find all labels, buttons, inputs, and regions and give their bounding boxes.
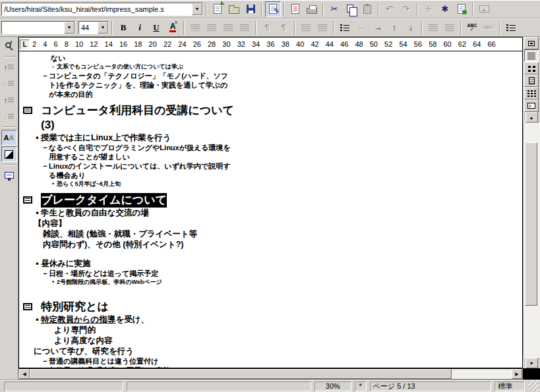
move-down-with-subpoints-button[interactable] xyxy=(442,20,458,36)
drawing-view-button[interactable] xyxy=(524,37,539,49)
separator xyxy=(333,21,334,34)
bullet-marker: - xyxy=(49,63,57,71)
print-button[interactable] xyxy=(304,1,320,17)
font-color-button[interactable]: A xyxy=(165,20,181,36)
plain-text: 特別研究とは xyxy=(41,300,109,313)
zoom-tool-button[interactable] xyxy=(1,38,17,54)
text-direction-ltr-button[interactable]: ¶ xyxy=(259,20,275,36)
demote-arrow-icon: → xyxy=(374,23,382,32)
decrease-indent-button[interactable] xyxy=(298,20,314,36)
bullet-list-button[interactable] xyxy=(503,20,519,36)
view-switch-and-scrollbar: ▲ ▼ xyxy=(523,37,540,379)
align-right-button[interactable] xyxy=(220,20,236,36)
font-name-dropdown-button[interactable]: ▼ xyxy=(64,22,75,34)
plain-text: より専門的 xyxy=(54,325,96,335)
horizontal-ruler[interactable]: L 24681012141618202224262830323436384042… xyxy=(18,37,523,51)
vertical-scroll-track[interactable] xyxy=(523,123,540,358)
scroll-down-button[interactable]: ▼ xyxy=(525,358,538,368)
font-name-input[interactable] xyxy=(2,22,64,34)
navigator-icon: ✛ xyxy=(425,5,433,13)
bullet-marker: − xyxy=(42,71,49,80)
slides-view-button[interactable] xyxy=(524,62,539,74)
url-input[interactable] xyxy=(2,3,192,15)
export-pdf-button[interactable] xyxy=(287,1,303,17)
zoom-level-field[interactable]: 30% xyxy=(315,381,351,391)
all-levels-icon: ↓ xyxy=(4,113,15,121)
page-number-field[interactable]: ページ 5 / 13 xyxy=(370,381,492,391)
outline-view-button[interactable] xyxy=(524,49,539,62)
web-page-button[interactable] xyxy=(454,1,469,17)
plain-text: 雑談、相談 (勉強・就職・プライベート等内容問わず)、その他 (特別イベント?) xyxy=(43,229,197,249)
horizontal-scroll-thumb[interactable] xyxy=(30,369,452,379)
scroll-up-button[interactable]: ▲ xyxy=(525,112,538,123)
bold-button[interactable]: B xyxy=(115,20,131,36)
increase-indent-button[interactable] xyxy=(315,20,330,36)
bullets-toggle-button[interactable] xyxy=(337,20,353,36)
all-levels-button[interactable]: ↓ xyxy=(1,109,17,125)
underline-button[interactable]: U xyxy=(148,20,164,36)
outline-text[interactable]: ない - 文系でもコンピュータの使い方については学ぶ − コンピュータの「テクノ… xyxy=(19,51,522,368)
plain-text: Linuxのインストールについては、いずれ学内で説明する機会あり xyxy=(49,162,230,179)
scroll-right-icon: ▶ xyxy=(515,372,518,377)
outline-line-text: 雑談、相談 (勉強・就職・プライベート等内容問わず)、その他 (特別イベント?) xyxy=(43,229,203,250)
demote-button[interactable]: → xyxy=(370,20,386,36)
tab-stop-selector[interactable]: L xyxy=(20,40,30,49)
first-level-button[interactable]: ↑ xyxy=(1,92,17,108)
align-justify-button[interactable] xyxy=(237,20,253,36)
align-center-button[interactable] xyxy=(204,20,220,36)
autopilot-button[interactable]: ✱ xyxy=(437,1,453,17)
font-size-dropdown-button[interactable]: ▼ xyxy=(98,22,108,34)
handout-view-button[interactable] xyxy=(524,87,539,99)
move-up-with-subpoints-button[interactable] xyxy=(425,20,441,36)
resize-grip[interactable] xyxy=(528,381,539,391)
italic-button[interactable]: i xyxy=(132,20,148,36)
outline-document-area[interactable]: ない - 文系でもコンピュータの使い方については学ぶ − コンピュータの「テクノ… xyxy=(18,51,523,368)
edit-file-button[interactable]: ✎ xyxy=(265,1,281,17)
formatting-onoff-button[interactable]: AA xyxy=(1,130,17,146)
undo-button[interactable]: ↶ xyxy=(382,1,398,17)
url-dropdown-button[interactable]: ▼ xyxy=(192,3,202,15)
black-white-view-button[interactable] xyxy=(1,146,17,162)
start-presentation-button[interactable] xyxy=(1,167,17,183)
modified-flag-field: * xyxy=(355,381,367,391)
auto-spellcheck-button[interactable]: ABC xyxy=(481,20,496,36)
outline-line-text: について学び、研究を行う xyxy=(34,346,134,356)
start-slideshow-button[interactable] xyxy=(524,99,539,112)
dropdown-arrow-icon: ▼ xyxy=(195,7,200,11)
move-down-button[interactable]: ↓ xyxy=(403,20,419,36)
promote-arrow-icon: ← xyxy=(357,23,366,32)
cut-button[interactable]: ✂ xyxy=(326,1,342,17)
page-style-field[interactable]: 標準 xyxy=(495,381,525,391)
scroll-right-button[interactable]: ▶ xyxy=(512,369,522,379)
vertical-scroll-thumb[interactable] xyxy=(525,142,537,306)
text-direction-rtl-button[interactable]: ¶ xyxy=(276,20,291,36)
copy-button[interactable] xyxy=(343,1,359,17)
horizontal-scrollbar[interactable]: ◀ ▶ xyxy=(18,368,523,379)
navigator-button[interactable]: ✛ xyxy=(421,1,436,17)
gallery-button[interactable] xyxy=(476,1,492,17)
bullet-marker: − xyxy=(42,269,49,278)
hide-subpoints-button[interactable]: ↑ xyxy=(1,59,17,75)
bullet-marker: • xyxy=(34,314,41,325)
promote-button[interactable]: ← xyxy=(353,20,369,36)
status-bar: 30% * ページ 5 / 13 標準 xyxy=(0,379,540,392)
show-subpoints-button[interactable]: ↓ xyxy=(1,76,17,92)
horizontal-scroll-track[interactable] xyxy=(452,369,512,379)
open-file-button[interactable] xyxy=(226,1,242,17)
redo-icon: ↷ xyxy=(403,5,410,13)
font-size-input[interactable] xyxy=(79,22,98,34)
outline-line-text: 特定教員からの指導を受け、 xyxy=(41,314,149,325)
bullet-marker: − xyxy=(42,161,49,171)
align-left-button[interactable] xyxy=(187,20,203,36)
save-button[interactable] xyxy=(243,1,258,17)
separator xyxy=(3,56,16,57)
move-up-button[interactable]: ↑ xyxy=(386,20,402,36)
spellcheck-button[interactable]: ABC✓ xyxy=(464,20,480,36)
outline-line xyxy=(22,250,522,258)
redo-button[interactable]: ↷ xyxy=(398,1,414,17)
new-presentation-button[interactable] xyxy=(210,1,225,17)
notes-view-button[interactable] xyxy=(524,74,539,87)
scroll-left-button[interactable]: ◀ xyxy=(19,369,30,379)
auto-spellcheck-icon: ABC xyxy=(483,25,493,30)
paste-button[interactable] xyxy=(359,1,375,17)
